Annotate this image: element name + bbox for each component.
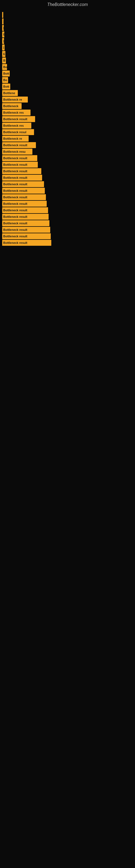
bar-row: Bott — [2, 84, 135, 90]
bar-row: Bottleneck result — [2, 116, 135, 122]
bar-label: Bottleneck res — [3, 124, 24, 127]
site-title-text: TheBottlenecker.com — [0, 0, 135, 9]
result-bar: Bottleneck resu — [2, 149, 32, 155]
bar-label: Bottleneck result — [3, 169, 27, 173]
bar-label: Bottleneck result — [3, 189, 27, 192]
result-bar: Bottleneck re — [2, 97, 28, 102]
bar-label: Bottleneck result — [3, 144, 27, 147]
bar-label: Bottleneck re — [3, 137, 22, 140]
bar-row: Bottleneck re — [2, 97, 135, 102]
bar-row: | — [2, 19, 135, 24]
result-bar: Bottleneck result — [2, 175, 42, 181]
result-bar: Bottlene — [2, 90, 18, 96]
result-bar: Bottleneck resul — [2, 129, 34, 135]
bar-row: Bottleneck res — [2, 110, 135, 116]
bar-label: Bottlene — [3, 91, 15, 95]
bar-label: Bott — [3, 85, 9, 88]
bar-row: E — [2, 51, 135, 57]
bar-row: Bottleneck re — [2, 135, 135, 142]
result-bar: E — [2, 31, 4, 37]
bar-row: | — [2, 25, 135, 31]
bars-container: |||E||EBBoBottBoBottBottleneBottleneck r… — [0, 9, 135, 249]
bar-label: Bottleneck result — [3, 235, 27, 238]
bar-row: | — [2, 38, 135, 44]
result-bar: Bottleneck — [2, 103, 21, 109]
bar-row: Bottleneck resu — [2, 149, 135, 155]
result-bar: | — [2, 19, 3, 24]
bar-row: Bo — [2, 64, 135, 70]
bar-row: Bottleneck result — [2, 188, 135, 194]
result-bar: | — [2, 44, 5, 51]
bar-label: Bottleneck result — [3, 222, 27, 225]
bar-label: Bottleneck re — [3, 98, 22, 101]
result-bar: Bottleneck result — [2, 194, 46, 200]
bar-row: Bottleneck result — [2, 220, 135, 226]
bar-row: | — [2, 44, 135, 51]
result-bar: Bottleneck result — [2, 227, 50, 233]
result-bar: Bottleneck result — [2, 240, 51, 246]
bar-row: Bottleneck result — [2, 214, 135, 220]
bar-label: Bottleneck result — [3, 202, 27, 205]
result-bar: Bottleneck re — [2, 135, 29, 142]
bar-row: Bottleneck result — [2, 233, 135, 239]
bar-row: Bottleneck result — [2, 240, 135, 246]
result-bar: Bottleneck result — [2, 162, 38, 167]
bar-row: | — [2, 12, 135, 18]
bar-label: Bottleneck result — [3, 156, 27, 160]
bar-row: Bottleneck result — [2, 207, 135, 213]
bar-row: Bottleneck result — [2, 194, 135, 200]
bar-row: Bottlene — [2, 90, 135, 96]
result-bar: Bo — [2, 64, 7, 70]
result-bar: E — [2, 51, 5, 57]
result-bar: B — [2, 58, 6, 63]
result-bar: Bottleneck result — [2, 220, 49, 226]
bar-label: Bottleneck resu — [3, 150, 26, 153]
result-bar: | — [2, 38, 4, 44]
bar-row: Bottleneck result — [2, 175, 135, 181]
bar-label: E — [3, 33, 4, 36]
result-bar: | — [2, 25, 4, 31]
bar-label: | — [3, 39, 4, 42]
bar-label: Bottleneck resul — [3, 130, 27, 134]
bar-row: Bottleneck result — [2, 227, 135, 233]
bar-label: Bottleneck result — [3, 241, 27, 244]
bar-row: Bottleneck result — [2, 181, 135, 187]
bar-row: Bo — [2, 77, 135, 83]
bar-label: E — [3, 52, 5, 56]
bar-label: Bottleneck result — [3, 228, 27, 231]
bar-row: E — [2, 31, 135, 37]
bar-row: Bottleneck resul — [2, 129, 135, 135]
result-bar: Bottleneck result — [2, 214, 49, 220]
bar-row: Bottleneck — [2, 103, 135, 109]
bar-label: | — [3, 26, 4, 30]
bar-row: Bottleneck result — [2, 155, 135, 161]
result-bar: Bott — [2, 70, 10, 76]
result-bar: | — [2, 12, 3, 18]
result-bar: Bo — [2, 77, 8, 83]
bar-label: Bottleneck result — [3, 209, 27, 212]
result-bar: Bottleneck result — [2, 188, 45, 194]
result-bar: Bottleneck res — [2, 110, 31, 116]
result-bar: Bottleneck result — [2, 207, 48, 213]
bar-row: Bottleneck result — [2, 142, 135, 148]
result-bar: Bottleneck res — [2, 123, 31, 129]
bar-row: Bottleneck result — [2, 201, 135, 207]
result-bar: Bott — [2, 84, 10, 90]
bar-label: Bottleneck result — [3, 195, 27, 199]
bar-label: Bottleneck result — [3, 183, 27, 186]
result-bar: Bottleneck result — [2, 181, 44, 187]
result-bar: Bottleneck result — [2, 201, 47, 207]
bar-label: Bottleneck result — [3, 176, 27, 179]
bar-label: Bottleneck res — [3, 111, 24, 114]
bar-label: Bo — [3, 65, 7, 69]
result-bar: Bottleneck result — [2, 116, 35, 122]
bar-label: Bott — [3, 72, 9, 75]
bar-label: B — [3, 59, 5, 62]
result-bar: Bottleneck result — [2, 233, 51, 239]
bar-label: | — [3, 46, 4, 49]
result-bar: Bottleneck result — [2, 155, 37, 161]
bar-label: Bottleneck result — [3, 118, 27, 121]
bar-label: Bottleneck result — [3, 163, 27, 166]
bar-row: Bottleneck result — [2, 168, 135, 174]
bar-row: Bottleneck res — [2, 123, 135, 129]
